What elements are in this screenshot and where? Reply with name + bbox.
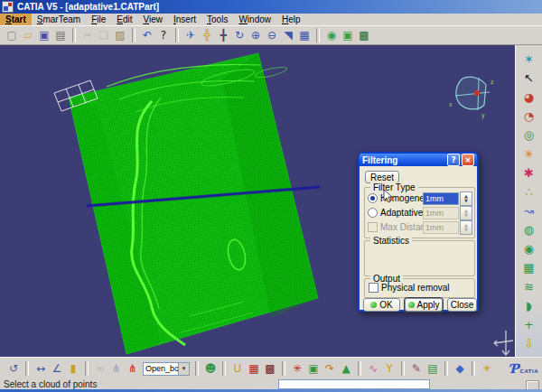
icon-glyph: ▩ [359, 29, 369, 42]
homogeneous-value-field[interactable]: 1mm [423, 192, 459, 205]
link-icon[interactable]: ∞ [92, 360, 108, 377]
icon-glyph: ▤ [427, 362, 437, 375]
mesh-cleaner-icon[interactable]: ◗ [520, 296, 538, 314]
scan-points-icon[interactable]: ∴ [520, 182, 538, 201]
cloud-activate-icon[interactable]: ◕ [520, 88, 538, 106]
icon-glyph: ◕ [524, 90, 534, 104]
exchange-file-icon[interactable]: ↺ [5, 360, 22, 377]
icon-glyph: ∠ [52, 362, 62, 375]
cloud-activate-portion-icon[interactable]: ◔ [520, 107, 538, 125]
mesh-flip-icon[interactable]: ▦ [520, 258, 538, 276]
save-icon[interactable]: ▣ [36, 27, 52, 43]
histogram-icon[interactable]: ▤ [425, 360, 441, 377]
catalog-browser-icon[interactable]: ☀ [479, 360, 495, 377]
whats-this-icon[interactable]: ? [155, 27, 172, 43]
icon-glyph: ╬ [203, 29, 210, 42]
menu-smarteam[interactable]: SmarTeam [32, 14, 86, 25]
fit-all-in-icon[interactable]: ╬ [199, 27, 215, 43]
paste-icon[interactable]: ▨ [112, 27, 128, 43]
curve-analysis-icon[interactable]: ∿ [365, 360, 381, 377]
dropdown-arrow-icon[interactable]: ▼ [178, 363, 189, 375]
icon-glyph: ▩ [265, 362, 275, 375]
homogeneous-radio[interactable] [368, 193, 378, 203]
dialog-help-button[interactable]: ? [447, 154, 460, 166]
normal-view-icon[interactable]: ◥ [280, 27, 296, 43]
menu-edit[interactable]: Edit [111, 14, 137, 25]
dialog-close-icon[interactable]: × [462, 154, 474, 166]
mesh-offset-icon[interactable]: ◉ [520, 239, 538, 257]
mesh-creation-icon[interactable]: ◍ [520, 220, 538, 238]
measure-item-icon[interactable]: ∠ [49, 360, 65, 377]
reset-button[interactable]: Reset [365, 171, 399, 183]
fly-mode-icon[interactable]: ✈ [182, 27, 199, 43]
menu-insert[interactable]: Insert [168, 14, 201, 25]
point-cloud[interactable] [69, 53, 320, 354]
icon-glyph: ⇩ [524, 337, 534, 350]
work-on-support-icon[interactable]: ▣ [305, 360, 322, 377]
cut-icon[interactable]: ✂ [79, 27, 96, 43]
cloud-protect-icon[interactable]: ✱ [520, 163, 538, 182]
select-tool-icon[interactable]: ↖ [520, 69, 538, 87]
named-views-icon[interactable]: ▦ [296, 27, 313, 43]
cloud-filter-icon[interactable]: ✳ [520, 145, 538, 163]
toolbar-separator [444, 361, 448, 376]
tools-sidebar: ✶↖◕◔◎✳✱∴↝◍◉▦≋◗+⇩ [515, 45, 542, 357]
power-input-field[interactable] [278, 379, 430, 389]
toolbar-separator [85, 361, 89, 376]
icon-glyph: ↖ [524, 71, 534, 85]
snap-icon[interactable]: ↷ [322, 360, 338, 377]
physical-removal-checkbox[interactable] [369, 283, 378, 293]
menu-help[interactable]: Help [276, 14, 306, 25]
render-style-icon[interactable]: ◉ [323, 27, 340, 43]
close-button[interactable]: Close [447, 298, 477, 312]
curve-from-scan-icon[interactable]: ↝ [520, 201, 538, 219]
zoom-in-icon[interactable]: ⊕ [248, 27, 264, 43]
menu-view[interactable]: View [138, 14, 169, 25]
paint-brush-icon[interactable]: ◆ [452, 360, 468, 377]
lock-icon[interactable]: ▮ [65, 360, 81, 377]
manikin-icon[interactable]: ☻ [202, 360, 219, 377]
print-icon[interactable]: ▤ [52, 27, 69, 43]
standard-toolbar: ▢▱▣▤✂❏▨↶?✈╬╋↻⊕⊖◥▦◉▣▩ [0, 25, 542, 45]
apply-material-icon[interactable]: ▦ [246, 360, 262, 377]
adaptative-radio[interactable] [368, 208, 378, 218]
tree-filter-icon[interactable]: ⋔ [125, 360, 141, 377]
menu-tools[interactable]: Tools [201, 14, 233, 25]
toolbar-separator [195, 361, 199, 376]
terrain-icon[interactable]: ▲ [338, 360, 354, 377]
new-document-icon[interactable]: ▢ [4, 27, 20, 43]
cloud-remove-icon[interactable]: ◎ [520, 126, 538, 144]
ok-dot-icon [370, 302, 377, 308]
y-split-icon[interactable]: Y [381, 360, 397, 377]
compass-origin[interactable] [474, 90, 480, 96]
cloud-import-icon[interactable]: ✶ [520, 50, 538, 68]
menu-window[interactable]: Window [233, 14, 276, 25]
add-points-icon[interactable]: + [520, 315, 538, 333]
tree-expand-icon[interactable]: ⋔ [108, 360, 125, 377]
measure-between-icon[interactable]: ↔ [33, 360, 49, 377]
axis-system-icon[interactable]: ✳ [289, 360, 305, 377]
menu-file[interactable]: File [86, 14, 111, 25]
swap-visible-space-icon[interactable]: ▩ [356, 27, 372, 43]
magnet-icon[interactable]: U [229, 360, 246, 377]
ok-button[interactable]: OK [363, 298, 400, 312]
export-cloud-icon[interactable]: ⇩ [520, 334, 538, 352]
toolbar-separator [72, 28, 76, 42]
sketch-tracer-icon[interactable]: ✎ [408, 360, 425, 377]
mesh-smooth-icon[interactable]: ≋ [520, 277, 538, 295]
undo-icon[interactable]: ↶ [139, 27, 155, 43]
dialog-title-bar[interactable]: Filtering ? × [360, 154, 477, 166]
apply-button[interactable]: Apply [405, 298, 443, 312]
pan-icon[interactable]: ╋ [215, 27, 231, 43]
open-icon[interactable]: ▱ [20, 27, 36, 43]
zoom-out-icon[interactable]: ⊖ [264, 27, 280, 43]
icon-glyph: ◎ [524, 128, 534, 142]
compass[interactable]: z x y [449, 77, 494, 119]
rotate-icon[interactable]: ↻ [231, 27, 248, 43]
material-catalog-icon[interactable]: ▩ [262, 360, 278, 377]
body-selector-combo[interactable]: Open_bo ▼ [143, 362, 190, 376]
copy-icon[interactable]: ❏ [96, 27, 112, 43]
homogeneous-spinner[interactable]: ▲▼ [460, 191, 472, 206]
menu-start[interactable]: Start [0, 14, 32, 25]
hide-show-icon[interactable]: ▣ [340, 27, 356, 43]
